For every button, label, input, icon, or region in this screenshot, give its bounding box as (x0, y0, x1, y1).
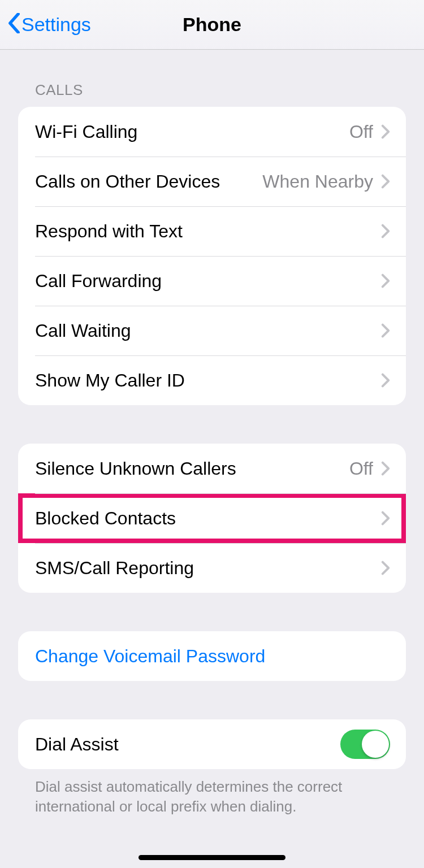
chevron-left-icon (8, 13, 20, 37)
toggle-knob (362, 731, 389, 758)
row-call-forwarding[interactable]: Call Forwarding (18, 256, 406, 306)
chevron-right-icon (381, 511, 390, 526)
section-header-calls: CALLS (18, 50, 406, 107)
dial-assist-description: Dial assist automatically determines the… (18, 769, 406, 817)
label: SMS/Call Reporting (35, 558, 381, 579)
label: Calls on Other Devices (35, 171, 262, 192)
chevron-right-icon (381, 224, 390, 238)
label: Call Waiting (35, 320, 381, 341)
chevron-right-icon (381, 274, 390, 288)
row-show-my-caller-id[interactable]: Show My Caller ID (18, 355, 406, 405)
label: Show My Caller ID (35, 370, 381, 391)
label: Dial Assist (35, 734, 340, 755)
label: Respond with Text (35, 221, 381, 242)
chevron-right-icon (381, 461, 390, 476)
row-silence-unknown-callers[interactable]: Silence Unknown Callers Off (18, 444, 406, 493)
chevron-right-icon (381, 561, 390, 575)
value: Off (349, 458, 373, 479)
label: Change Voicemail Password (35, 646, 390, 667)
chevron-right-icon (381, 373, 390, 388)
row-sms-call-reporting[interactable]: SMS/Call Reporting (18, 543, 406, 593)
value: Off (349, 121, 373, 142)
label: Wi-Fi Calling (35, 121, 349, 142)
back-label: Settings (21, 14, 91, 36)
chevron-right-icon (381, 323, 390, 338)
row-respond-with-text[interactable]: Respond with Text (18, 206, 406, 256)
label: Blocked Contacts (35, 508, 381, 529)
value: When Nearby (262, 171, 373, 192)
home-indicator[interactable] (139, 855, 285, 860)
row-dial-assist[interactable]: Dial Assist (18, 719, 406, 769)
toggle-switch[interactable] (340, 730, 390, 759)
blocking-group: Silence Unknown Callers Off Blocked Cont… (18, 444, 406, 593)
dial-assist-group: Dial Assist (18, 719, 406, 769)
back-button[interactable]: Settings (0, 13, 91, 37)
nav-bar: Settings Phone (0, 0, 424, 50)
row-wifi-calling[interactable]: Wi-Fi Calling Off (18, 107, 406, 157)
voicemail-group: Change Voicemail Password (18, 631, 406, 681)
row-blocked-contacts[interactable]: Blocked Contacts (18, 493, 406, 543)
row-call-waiting[interactable]: Call Waiting (18, 306, 406, 355)
label: Silence Unknown Callers (35, 458, 349, 479)
calls-group: Wi-Fi Calling Off Calls on Other Devices… (18, 107, 406, 405)
label: Call Forwarding (35, 271, 381, 292)
row-calls-on-other-devices[interactable]: Calls on Other Devices When Nearby (18, 157, 406, 206)
chevron-right-icon (381, 174, 390, 189)
row-change-voicemail-password[interactable]: Change Voicemail Password (18, 631, 406, 681)
chevron-right-icon (381, 124, 390, 139)
